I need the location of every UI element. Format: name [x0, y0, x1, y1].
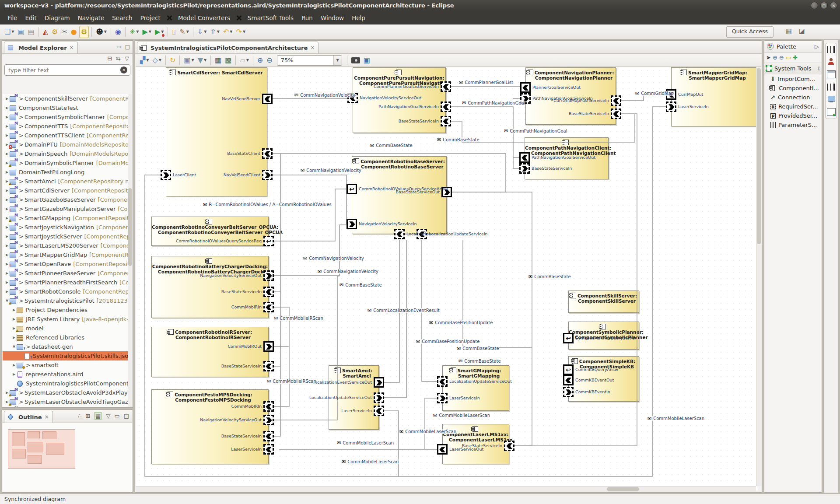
port-PlannerGoalServiceOut[interactable] [520, 82, 531, 93]
clipboard-icon[interactable]: ▯ [171, 26, 177, 38]
palette-section-system-tools[interactable]: System Tools ⟪ [764, 63, 822, 74]
port-NavigationVelocityServiceIn[interactable] [346, 219, 357, 229]
palette-collapse-icon[interactable]: ▷ [815, 43, 819, 50]
tree-scrollbar[interactable] [128, 94, 132, 407]
zoom-out-tool-icon[interactable]: ⊖ [779, 54, 784, 61]
close-icon[interactable]: × [310, 45, 315, 51]
palette-tool-connection[interactable]: ↗Connection [764, 93, 822, 102]
menu-smartsoft-tools[interactable]: SmartSoft Tools [244, 11, 298, 24]
collapsed-arrow-icon[interactable]: ▶ [4, 189, 10, 192]
maximize-icon[interactable]: □ [124, 413, 129, 419]
collapsed-arrow-icon[interactable]: ▶ [4, 271, 10, 275]
perspective-grid-icon[interactable]: ▦ [786, 27, 792, 35]
palette-tool-sliders[interactable]: ParameterS... [764, 120, 822, 130]
save-icon[interactable]: ▣ [17, 26, 26, 38]
port-LaserServiceIn[interactable] [666, 102, 676, 112]
add-element-icon[interactable]: ▞▼ [139, 55, 150, 66]
minimize-button[interactable]: – [811, 2, 818, 9]
import-icon[interactable]: ⇩▼ [196, 26, 208, 38]
connection[interactable] [463, 240, 532, 347]
connection[interactable] [274, 307, 289, 406]
tree-item[interactable]: ▶M▲>SystemP3dxNavigationPlayerStageSi [3, 406, 128, 407]
port-CommRobotinoIOValuesQueryServiceReq[interactable]: ↩ [263, 236, 274, 246]
expanded-arrow-icon[interactable]: ▼ [11, 345, 17, 349]
collapsed-arrow-icon[interactable]: ▶ [4, 106, 10, 110]
port-PathNavigationGoalServiceOut[interactable] [519, 152, 530, 163]
tree-item[interactable]: ▶M>SmartPioneerBaseServer[Component [3, 269, 128, 278]
export-image-icon[interactable] [351, 57, 360, 63]
port-SymbolicPlannerQueryServer[interactable]: ↩ [563, 333, 574, 343]
port-BaseStateServiceIn[interactable] [263, 361, 274, 371]
smartsoft-tools-icon[interactable]: ⚙ [79, 26, 89, 38]
port-LocalizationEventServiceOut[interactable] [374, 377, 384, 388]
palette-tool-component[interactable]: ComponentI... [764, 84, 822, 93]
palette-tool-provided[interactable]: PProvidedSer... [764, 111, 822, 120]
validate-icon[interactable]: ▩ [224, 55, 233, 66]
menu-edit[interactable]: Edit [21, 11, 41, 24]
port-CommPlannerGoalListServiceIn[interactable] [441, 81, 451, 92]
port-NavVelSendServer[interactable] [262, 94, 273, 104]
tree-item[interactable]: ▶Project Dependencies [3, 305, 128, 315]
port-LocalizationUpdateServiceOut[interactable] [437, 376, 448, 387]
table-view-icon[interactable] [827, 70, 836, 78]
tree-item[interactable]: ▶M>DomainSpeech[DomainModelsRepos [3, 149, 128, 158]
diagram-canvas[interactable]: SmartCdlServer: SmartCdlServerNavVelSend… [136, 67, 758, 490]
connection[interactable] [274, 189, 346, 241]
tree-item[interactable]: ▶M>ComponentTTSClient[ComponentRep [3, 131, 128, 140]
panel-minmax[interactable]: ▭□ [116, 44, 130, 50]
collapsed-arrow-icon[interactable]: ▶ [4, 124, 10, 128]
new-wizard-icon[interactable]: ❏▼ [3, 26, 16, 38]
menu-project[interactable]: Project [136, 11, 164, 24]
tree-item[interactable]: ▶M>SmartMapperGridMap[ComponentRe [3, 250, 128, 259]
collapsed-arrow-icon[interactable]: ▶ [11, 308, 17, 312]
menu-navigate[interactable]: Navigate [74, 11, 108, 24]
filter-input[interactable] [7, 66, 120, 74]
run-icon[interactable]: ▶▼ [141, 26, 153, 38]
port-CommMobIROut[interactable] [263, 341, 274, 352]
menu-diagram[interactable]: Diagram [41, 11, 74, 24]
minimize-icon[interactable]: ▭ [116, 44, 121, 50]
thumbnail-view-icon[interactable]: ▦ [94, 412, 102, 420]
globe-icon[interactable]: ◉ [114, 26, 122, 38]
port-LocalizationUpdateServiceOut[interactable] [374, 392, 384, 403]
tree-item[interactable]: ▶M>SmartRobotConsole[ComponentRepo [3, 287, 128, 296]
forward-icon[interactable]: ↷▼ [235, 26, 247, 38]
collapsed-arrow-icon[interactable]: ▶ [11, 363, 17, 367]
run-config-icon[interactable]: ▶▼ [154, 26, 165, 38]
port-BaseStateServiceIn[interactable] [441, 116, 451, 126]
note-tool-icon[interactable]: ▭ [786, 54, 791, 61]
tree-item[interactable]: ▶M▲>DomainSymbolicPlanner[DomainMoc [3, 158, 128, 168]
overview-dots-icon[interactable]: ∴ [78, 413, 81, 419]
tree-item[interactable]: ▶M>SmartLaserLMS200Server[Componen [3, 241, 128, 250]
collapsed-arrow-icon[interactable]: ▶ [4, 198, 10, 202]
zoom-combo[interactable]: 75%▼ [277, 55, 342, 66]
chart-icon[interactable]: ◭ [42, 26, 49, 38]
port-Localization[interactable] [394, 229, 405, 239]
clear-filter-icon[interactable]: ✕ [120, 66, 127, 74]
tree-item[interactable]: ▶ComponentStateTest [3, 103, 128, 112]
select-tool-icon[interactable]: ➤ [766, 54, 771, 61]
tree-item[interactable]: ▶M>SmartJoystickServer[ComponentRep [3, 232, 128, 241]
pin-section-icon[interactable]: ⟪ [817, 66, 820, 71]
tree-item[interactable]: ▶representations.aird [3, 370, 128, 379]
port-CommRobotinoIOValuesQueryServiceAnsw[interactable]: ↩ [346, 184, 357, 194]
collapsed-arrow-icon[interactable]: ▶ [4, 97, 10, 101]
menu-model-converters[interactable]: Model Converters [174, 11, 234, 24]
palette-tool-required[interactable]: RRequiredSer... [764, 102, 822, 111]
outline-thumbnail[interactable] [8, 429, 75, 469]
close-icon[interactable]: × [70, 45, 74, 51]
collapsed-arrow-icon[interactable]: ▶ [4, 253, 10, 257]
tree-item[interactable]: ▶M>ComponentSymbolicPlanner[Compor [3, 112, 128, 122]
user-view-icon[interactable] [827, 58, 835, 65]
tree-item[interactable]: SystemIntralogisticsPilotComponentA [3, 379, 128, 388]
collapsed-arrow-icon[interactable]: ▶ [4, 115, 10, 119]
tree-item[interactable]: ▶M>ComponentSkillServer[ComponentRe [3, 94, 128, 103]
menu-run[interactable]: Run [298, 11, 317, 24]
tree-item[interactable]: ▶M>ComponentTTS[ComponentReposito [3, 122, 128, 131]
sliders-view-icon[interactable] [827, 46, 835, 53]
orange-dot-icon[interactable]: ● [70, 26, 78, 38]
sliders2-view-icon[interactable] [827, 84, 835, 91]
tree-item[interactable]: ▶M>SmartPlannerBreadthFirstSearch[Cor [3, 278, 128, 287]
refresh-icon[interactable]: ↻ [168, 55, 177, 66]
collapsed-arrow-icon[interactable]: ▶ [4, 170, 10, 174]
